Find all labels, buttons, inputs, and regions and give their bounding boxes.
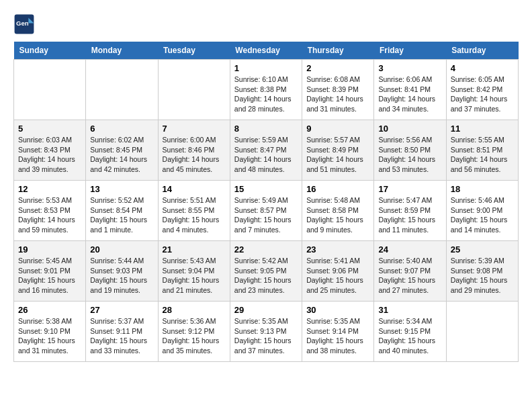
calendar-week-row: 19Sunrise: 5:45 AM Sunset: 9:01 PM Dayli… <box>14 241 519 302</box>
day-number: 1 <box>234 63 298 73</box>
day-info: Sunrise: 6:02 AM Sunset: 8:45 PM Dayligh… <box>90 135 153 175</box>
day-number: 21 <box>163 244 226 255</box>
calendar-cell: 26Sunrise: 5:38 AM Sunset: 9:10 PM Dayli… <box>14 302 86 362</box>
day-info: Sunrise: 6:05 AM Sunset: 8:42 PM Dayligh… <box>451 75 514 114</box>
day-number: 2 <box>306 63 369 73</box>
calendar-cell: 22Sunrise: 5:42 AM Sunset: 9:05 PM Dayli… <box>230 241 302 302</box>
day-info: Sunrise: 5:42 AM Sunset: 9:05 PM Dayligh… <box>234 256 298 295</box>
day-number: 9 <box>306 124 369 134</box>
day-number: 15 <box>234 184 298 194</box>
calendar-cell: 1Sunrise: 6:10 AM Sunset: 8:38 PM Daylig… <box>230 60 302 120</box>
day-info: Sunrise: 5:41 AM Sunset: 9:06 PM Dayligh… <box>306 256 369 295</box>
logo: Gen <box>13 13 38 35</box>
day-header-thursday: Thursday <box>302 42 374 60</box>
logo-icon: Gen <box>13 13 35 35</box>
day-info: Sunrise: 5:45 AM Sunset: 9:01 PM Dayligh… <box>18 256 81 295</box>
day-number: 10 <box>378 124 441 134</box>
calendar-cell: 18Sunrise: 5:46 AM Sunset: 9:00 PM Dayli… <box>446 181 518 241</box>
calendar-cell: 8Sunrise: 5:59 AM Sunset: 8:47 PM Daylig… <box>230 120 302 181</box>
day-header-tuesday: Tuesday <box>158 42 230 60</box>
day-number: 13 <box>90 184 153 194</box>
day-info: Sunrise: 5:51 AM Sunset: 8:55 PM Dayligh… <box>163 195 226 235</box>
day-info: Sunrise: 5:38 AM Sunset: 9:10 PM Dayligh… <box>18 316 81 356</box>
day-info: Sunrise: 5:59 AM Sunset: 8:47 PM Dayligh… <box>234 135 298 175</box>
day-info: Sunrise: 5:37 AM Sunset: 9:11 PM Dayligh… <box>90 316 153 356</box>
day-number: 20 <box>90 244 153 255</box>
day-number: 17 <box>378 184 441 194</box>
day-number: 24 <box>378 244 441 255</box>
day-info: Sunrise: 5:39 AM Sunset: 9:08 PM Dayligh… <box>451 256 514 295</box>
calendar-week-row: 1Sunrise: 6:10 AM Sunset: 8:38 PM Daylig… <box>14 60 519 120</box>
day-info: Sunrise: 5:56 AM Sunset: 8:50 PM Dayligh… <box>378 135 441 175</box>
day-number: 19 <box>18 244 81 255</box>
day-info: Sunrise: 6:08 AM Sunset: 8:39 PM Dayligh… <box>306 75 369 114</box>
day-number: 29 <box>234 305 298 315</box>
day-number: 25 <box>451 244 514 255</box>
day-info: Sunrise: 6:06 AM Sunset: 8:41 PM Dayligh… <box>378 75 441 114</box>
page-header: Gen <box>13 13 519 35</box>
day-info: Sunrise: 5:35 AM Sunset: 9:14 PM Dayligh… <box>306 316 369 356</box>
calendar-cell <box>446 302 518 362</box>
calendar-cell: 27Sunrise: 5:37 AM Sunset: 9:11 PM Dayli… <box>86 302 158 362</box>
calendar-cell: 3Sunrise: 6:06 AM Sunset: 8:41 PM Daylig… <box>374 60 446 120</box>
day-header-wednesday: Wednesday <box>230 42 302 60</box>
day-number: 11 <box>451 124 514 134</box>
day-info: Sunrise: 5:44 AM Sunset: 9:03 PM Dayligh… <box>90 256 153 295</box>
day-number: 28 <box>163 305 226 315</box>
svg-text:Gen: Gen <box>16 19 29 27</box>
calendar-cell: 9Sunrise: 5:57 AM Sunset: 8:49 PM Daylig… <box>302 120 374 181</box>
calendar-week-row: 5Sunrise: 6:03 AM Sunset: 8:43 PM Daylig… <box>14 120 519 181</box>
calendar-cell: 30Sunrise: 5:35 AM Sunset: 9:14 PM Dayli… <box>302 302 374 362</box>
day-number: 18 <box>451 184 514 194</box>
calendar-table: SundayMondayTuesdayWednesdayThursdayFrid… <box>13 42 519 362</box>
calendar-week-row: 12Sunrise: 5:53 AM Sunset: 8:53 PM Dayli… <box>14 181 519 241</box>
day-info: Sunrise: 5:35 AM Sunset: 9:13 PM Dayligh… <box>234 316 298 356</box>
calendar-header-row: SundayMondayTuesdayWednesdayThursdayFrid… <box>14 42 519 60</box>
day-info: Sunrise: 5:53 AM Sunset: 8:53 PM Dayligh… <box>18 195 81 235</box>
day-number: 22 <box>234 244 298 255</box>
calendar-cell: 4Sunrise: 6:05 AM Sunset: 8:42 PM Daylig… <box>446 60 518 120</box>
day-info: Sunrise: 5:47 AM Sunset: 8:59 PM Dayligh… <box>378 195 441 235</box>
day-header-saturday: Saturday <box>446 42 518 60</box>
day-info: Sunrise: 5:36 AM Sunset: 9:12 PM Dayligh… <box>163 316 226 356</box>
day-info: Sunrise: 6:10 AM Sunset: 8:38 PM Dayligh… <box>234 75 298 114</box>
day-number: 27 <box>90 305 153 315</box>
calendar-cell <box>14 60 86 120</box>
day-number: 30 <box>306 305 369 315</box>
day-info: Sunrise: 5:49 AM Sunset: 8:57 PM Dayligh… <box>234 195 298 235</box>
day-header-friday: Friday <box>374 42 446 60</box>
day-info: Sunrise: 5:57 AM Sunset: 8:49 PM Dayligh… <box>306 135 369 175</box>
day-info: Sunrise: 5:48 AM Sunset: 8:58 PM Dayligh… <box>306 195 369 235</box>
calendar-cell: 11Sunrise: 5:55 AM Sunset: 8:51 PM Dayli… <box>446 120 518 181</box>
calendar-cell <box>86 60 158 120</box>
day-number: 3 <box>378 63 441 73</box>
day-number: 31 <box>378 305 441 315</box>
calendar-cell: 6Sunrise: 6:02 AM Sunset: 8:45 PM Daylig… <box>86 120 158 181</box>
day-info: Sunrise: 5:52 AM Sunset: 8:54 PM Dayligh… <box>90 195 153 235</box>
day-info: Sunrise: 5:43 AM Sunset: 9:04 PM Dayligh… <box>163 256 226 295</box>
calendar-week-row: 26Sunrise: 5:38 AM Sunset: 9:10 PM Dayli… <box>14 302 519 362</box>
day-info: Sunrise: 5:34 AM Sunset: 9:15 PM Dayligh… <box>378 316 441 356</box>
day-info: Sunrise: 5:55 AM Sunset: 8:51 PM Dayligh… <box>451 135 514 175</box>
calendar-cell: 21Sunrise: 5:43 AM Sunset: 9:04 PM Dayli… <box>158 241 230 302</box>
calendar-cell: 20Sunrise: 5:44 AM Sunset: 9:03 PM Dayli… <box>86 241 158 302</box>
day-number: 23 <box>306 244 369 255</box>
day-number: 16 <box>306 184 369 194</box>
calendar-cell: 25Sunrise: 5:39 AM Sunset: 9:08 PM Dayli… <box>446 241 518 302</box>
day-header-sunday: Sunday <box>14 42 86 60</box>
calendar-cell: 12Sunrise: 5:53 AM Sunset: 8:53 PM Dayli… <box>14 181 86 241</box>
calendar-cell: 19Sunrise: 5:45 AM Sunset: 9:01 PM Dayli… <box>14 241 86 302</box>
calendar-cell: 23Sunrise: 5:41 AM Sunset: 9:06 PM Dayli… <box>302 241 374 302</box>
day-number: 26 <box>18 305 81 315</box>
calendar-cell: 13Sunrise: 5:52 AM Sunset: 8:54 PM Dayli… <box>86 181 158 241</box>
calendar-cell: 16Sunrise: 5:48 AM Sunset: 8:58 PM Dayli… <box>302 181 374 241</box>
day-info: Sunrise: 6:00 AM Sunset: 8:46 PM Dayligh… <box>163 135 226 175</box>
day-header-monday: Monday <box>86 42 158 60</box>
day-number: 6 <box>90 124 153 134</box>
day-number: 5 <box>18 124 81 134</box>
calendar-cell: 31Sunrise: 5:34 AM Sunset: 9:15 PM Dayli… <box>374 302 446 362</box>
calendar-cell: 28Sunrise: 5:36 AM Sunset: 9:12 PM Dayli… <box>158 302 230 362</box>
calendar-cell <box>158 60 230 120</box>
calendar-cell: 5Sunrise: 6:03 AM Sunset: 8:43 PM Daylig… <box>14 120 86 181</box>
calendar-cell: 24Sunrise: 5:40 AM Sunset: 9:07 PM Dayli… <box>374 241 446 302</box>
